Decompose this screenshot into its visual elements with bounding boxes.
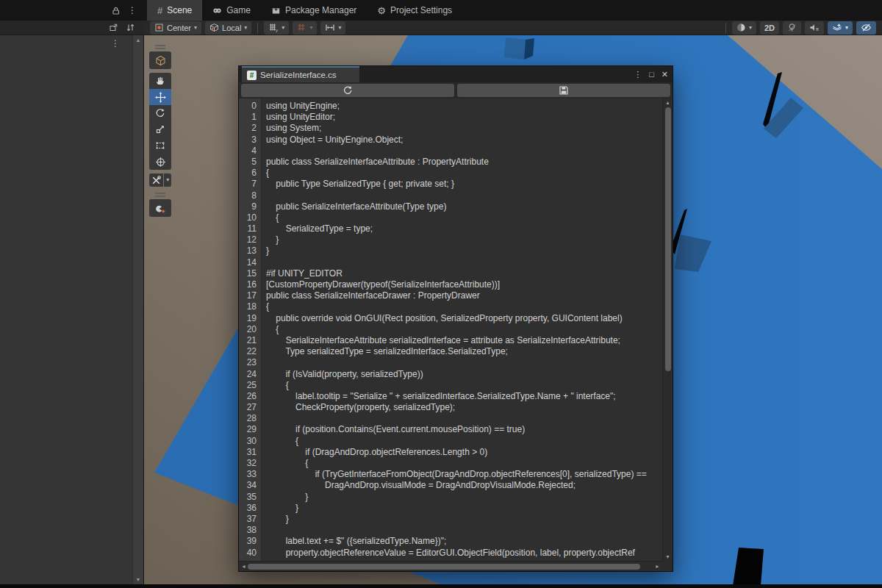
line-number: 18 — [239, 301, 262, 312]
snap-grid-orange-icon — [297, 23, 306, 32]
window-tab[interactable]: # SerializeInterface.cs — [242, 66, 359, 82]
code-line: label.tooltip = "Serialize " + serialize… — [266, 391, 662, 402]
maximize-panel-icon[interactable] — [109, 23, 118, 32]
transform-tool-button[interactable] — [149, 154, 171, 170]
code-line: { — [266, 380, 662, 391]
scroll-up-arrow[interactable]: ▲ — [133, 37, 143, 43]
effects-icon — [832, 23, 842, 32]
grid-snapping-button[interactable]: y ▾ — [264, 21, 289, 35]
code-line: } — [266, 492, 662, 503]
code-line: public SerializeInterfaceAttribute(Type … — [266, 201, 662, 212]
code-line: } — [266, 234, 662, 245]
code-viewer-window[interactable]: # SerializeInterface.cs ⋮ □ ✕ 0123456789… — [239, 66, 673, 571]
pivot-mode-button[interactable]: Center ▾ — [150, 21, 201, 35]
line-number: 17 — [239, 290, 262, 301]
move-tool-button[interactable] — [149, 89, 171, 105]
lightbulb-off-icon — [787, 23, 797, 32]
orientation-mode-button[interactable]: Local ▾ — [205, 21, 251, 35]
save-icon — [559, 85, 569, 96]
window-menu-icon[interactable]: ⋮ — [634, 71, 642, 79]
center-pivot-icon — [154, 23, 164, 32]
code-line — [266, 257, 662, 268]
line-number: 30 — [239, 436, 262, 447]
increment-snap-button[interactable]: ▾ — [293, 21, 317, 35]
horizontal-scrollbar-thumb[interactable] — [248, 564, 640, 570]
tab-package-manager[interactable]: Package Manager — [261, 0, 367, 21]
tab-scene[interactable]: # Scene — [147, 0, 202, 21]
scroll-down-arrow[interactable]: ▼ — [663, 554, 673, 559]
code-gutter-numbers: 0123456789101112131415161718192021222324… — [239, 101, 262, 559]
scene-cube-top[interactable] — [504, 37, 526, 60]
panel-body-kebab-icon[interactable]: ⋮ — [111, 38, 120, 49]
scene-audio-button[interactable] — [805, 21, 824, 35]
scene-effects-button[interactable]: ▾ — [828, 21, 853, 35]
tab-project-settings-label: Project Settings — [390, 5, 452, 15]
line-number: 22 — [239, 346, 262, 357]
panel-kebab-icon[interactable]: ⋮ — [128, 5, 137, 15]
overlay-drag-handle[interactable] — [155, 45, 165, 49]
vertical-scrollbar-thumb[interactable] — [665, 107, 671, 371]
scroll-up-arrow[interactable]: ▲ — [663, 100, 673, 105]
scroll-right-arrow[interactable]: ► — [655, 564, 660, 569]
line-number: 14 — [239, 257, 262, 268]
window-titlebar[interactable]: # SerializeInterface.cs ⋮ □ ✕ — [239, 66, 673, 82]
scene-visibility-button[interactable] — [856, 21, 876, 35]
code-line: { — [266, 301, 662, 312]
line-number: 12 — [239, 234, 262, 245]
shading-mode-button[interactable]: ▾ — [732, 21, 756, 35]
overlay-drag-handle[interactable] — [155, 193, 165, 197]
close-icon[interactable]: ✕ — [662, 71, 668, 79]
save-button[interactable] — [457, 84, 670, 97]
line-number: 1 — [239, 112, 262, 123]
code-editor-area[interactable]: 0123456789101112131415161718192021222324… — [239, 98, 662, 561]
toggle-2d-button[interactable]: 2D — [760, 21, 779, 35]
code-line: if (TryGetInterfaceFromObject(DragAndDro… — [266, 469, 662, 480]
lock-icon[interactable] — [111, 6, 121, 15]
left-panel-scrollbar[interactable]: ▲ ▼ — [132, 35, 143, 584]
view-orientation-button[interactable] — [149, 51, 171, 69]
line-number: 33 — [239, 469, 262, 480]
audio-muted-icon — [809, 23, 820, 32]
tab-project-settings[interactable]: ⚙ Project Settings — [367, 0, 462, 21]
sort-icon[interactable] — [126, 23, 135, 32]
scale-tool-button[interactable] — [149, 121, 171, 137]
horizontal-scrollbar[interactable]: ◄ ► — [239, 561, 662, 571]
left-dock-panel[interactable]: ⋮ ▲ ▼ — [0, 35, 144, 584]
line-number: 2 — [239, 123, 262, 134]
tab-game-label: Game — [226, 5, 251, 15]
line-number: 7 — [239, 179, 262, 190]
scene-lighting-button[interactable] — [783, 21, 801, 35]
wrench-icon — [151, 176, 161, 185]
scroll-left-arrow[interactable]: ◄ — [241, 564, 246, 569]
code-line: { — [266, 436, 662, 447]
code-line — [266, 525, 662, 536]
rect-tool-button[interactable] — [149, 137, 171, 154]
line-number: 40 — [239, 548, 262, 559]
scroll-down-arrow[interactable]: ▼ — [133, 577, 143, 582]
scale-icon — [155, 124, 165, 135]
custom-tools-button[interactable] — [149, 173, 163, 187]
line-number: 8 — [239, 190, 262, 201]
code-line: property.objectReferenceValue = EditorGU… — [266, 548, 662, 559]
camera-overlay-button[interactable] — [149, 199, 171, 217]
line-number: 36 — [239, 503, 262, 514]
custom-tools-caret[interactable]: ▾ — [164, 173, 171, 187]
line-number: 16 — [239, 279, 262, 290]
rotate-tool-button[interactable] — [149, 105, 171, 121]
line-number: 9 — [239, 201, 262, 212]
code-line: public class SerializeInterfaceAttribute… — [266, 157, 662, 168]
line-number: 28 — [239, 413, 262, 424]
refresh-button[interactable] — [241, 84, 454, 97]
hand-tool-button[interactable] — [149, 73, 171, 89]
camera-add-icon — [154, 203, 166, 214]
tab-game[interactable]: Game — [202, 0, 261, 21]
left-panel-titlebar: ⋮ — [0, 0, 144, 21]
transform-icon — [155, 157, 166, 168]
move-snap-button[interactable]: ▾ — [320, 21, 345, 35]
maximize-icon[interactable]: □ — [649, 71, 654, 79]
line-number: 15 — [239, 268, 262, 279]
code-line: using Object = UnityEngine.Object; — [266, 135, 662, 146]
toolbar-separator — [725, 23, 726, 33]
vertical-scrollbar[interactable]: ▲ ▼ — [662, 98, 673, 561]
rotate-icon — [155, 108, 165, 118]
